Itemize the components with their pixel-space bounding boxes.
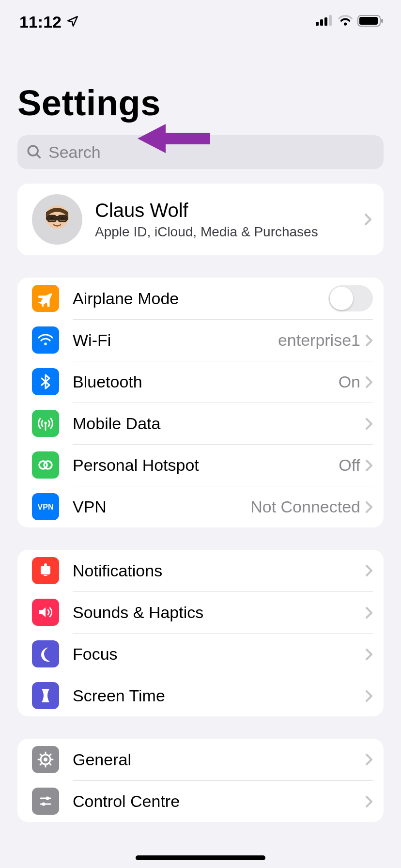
search-icon: [26, 144, 43, 160]
status-bar: 11:12: [0, 0, 401, 44]
wifi-status-icon: [338, 15, 353, 29]
svg-rect-1: [320, 19, 323, 26]
avatar: [32, 194, 82, 245]
vpn-icon: VPN: [32, 493, 59, 520]
row-label: Personal Hotspot: [73, 456, 339, 475]
settings-row-antenna[interactable]: Mobile Data: [17, 403, 384, 444]
settings-row-hotspot[interactable]: Personal HotspotOff: [17, 444, 384, 486]
focus-icon: [32, 640, 59, 667]
settings-row-screentime[interactable]: Screen Time: [17, 675, 384, 716]
profile-subtitle: Apple ID, iCloud, Media & Purchases: [95, 224, 352, 240]
row-label: Wi-Fi: [73, 331, 278, 350]
status-left: 11:12: [19, 13, 79, 31]
chevron-right-icon: [365, 334, 373, 347]
chevron-right-icon: [364, 213, 372, 226]
row-label: Airplane Mode: [73, 289, 328, 308]
svg-point-21: [44, 461, 52, 469]
svg-rect-3: [329, 15, 332, 26]
settings-row-notifications[interactable]: Notifications: [17, 550, 384, 591]
status-time: 11:12: [19, 13, 62, 31]
settings-row-sounds[interactable]: Sounds & Haptics: [17, 591, 384, 633]
row-value: Off: [339, 456, 360, 475]
svg-point-16: [62, 217, 64, 220]
svg-line-34: [40, 763, 42, 765]
controlcentre-icon: [32, 788, 59, 815]
chevron-right-icon: [365, 606, 373, 619]
search-container: [17, 135, 384, 169]
settings-group: NotificationsSounds & HapticsFocusScreen…: [17, 550, 384, 716]
profile-group: Claus Wolf Apple ID, iCloud, Media & Pur…: [17, 184, 384, 255]
settings-row-vpn[interactable]: VPNVPNNot Connected: [17, 486, 384, 527]
screentime-icon: [32, 682, 59, 709]
svg-line-9: [36, 154, 40, 157]
row-label: VPN: [73, 497, 250, 516]
chevron-right-icon: [365, 376, 373, 388]
settings-row-controlcentre[interactable]: Control Centre: [17, 780, 384, 822]
row-value: Not Connected: [250, 497, 360, 516]
row-label: Control Centre: [73, 792, 365, 811]
svg-rect-12: [46, 216, 68, 220]
chevron-right-icon: [365, 648, 373, 661]
svg-line-32: [49, 763, 51, 765]
chevron-right-icon: [365, 459, 373, 472]
profile-name: Claus Wolf: [95, 200, 352, 221]
settings-group: GeneralControl Centre: [17, 739, 384, 822]
row-label: Focus: [73, 645, 365, 664]
svg-rect-0: [316, 22, 319, 26]
bluetooth-icon: [32, 368, 59, 395]
svg-line-31: [40, 754, 42, 756]
chevron-right-icon: [365, 418, 373, 430]
settings-group: Airplane ModeWi-Fienterprise1BluetoothOn…: [17, 278, 384, 527]
settings-row-focus[interactable]: Focus: [17, 633, 384, 675]
toggle-switch[interactable]: [328, 285, 373, 311]
svg-point-26: [44, 758, 47, 761]
search-input[interactable]: [17, 135, 384, 169]
settings-row-wifi[interactable]: Wi-Fienterprise1: [17, 319, 384, 361]
settings-row-general[interactable]: General: [17, 739, 384, 780]
svg-rect-2: [324, 17, 327, 26]
chevron-right-icon: [365, 795, 373, 808]
svg-point-15: [51, 217, 53, 220]
hotspot-icon: [32, 451, 59, 479]
svg-rect-23: [41, 566, 50, 574]
profile-texts: Claus Wolf Apple ID, iCloud, Media & Pur…: [95, 200, 352, 240]
profile-row[interactable]: Claus Wolf Apple ID, iCloud, Media & Pur…: [17, 184, 384, 255]
battery-icon: [357, 15, 384, 29]
antenna-icon: [32, 410, 59, 437]
home-indicator: [136, 855, 265, 860]
row-label: Notifications: [73, 561, 365, 580]
row-label: Screen Time: [73, 686, 365, 705]
wifi-icon: [32, 326, 59, 354]
notifications-icon: [32, 557, 59, 584]
chevron-right-icon: [365, 690, 373, 702]
sounds-icon: [32, 599, 59, 626]
chevron-right-icon: [365, 753, 373, 766]
row-label: Mobile Data: [73, 414, 365, 433]
settings-row-airplane[interactable]: Airplane Mode: [17, 278, 384, 319]
location-icon: [66, 13, 79, 31]
row-value: On: [339, 372, 360, 391]
svg-point-17: [44, 342, 47, 345]
status-right: [316, 15, 384, 29]
row-label: General: [73, 750, 365, 769]
row-label: Bluetooth: [73, 372, 339, 391]
svg-rect-7: [381, 19, 383, 23]
svg-point-36: [46, 797, 49, 800]
cellular-icon: [316, 15, 333, 29]
row-value: enterprise1: [278, 331, 360, 350]
chevron-right-icon: [365, 501, 373, 513]
page-title: Settings: [0, 44, 401, 132]
svg-point-38: [42, 803, 46, 806]
chevron-right-icon: [365, 564, 373, 577]
svg-point-24: [44, 563, 47, 566]
row-label: Sounds & Haptics: [73, 603, 365, 622]
settings-row-bluetooth[interactable]: BluetoothOn: [17, 361, 384, 403]
airplane-icon: [32, 285, 59, 312]
svg-rect-6: [359, 17, 378, 25]
svg-line-33: [49, 754, 51, 756]
svg-text:VPN: VPN: [38, 503, 54, 511]
general-icon: [32, 746, 59, 773]
svg-point-4: [344, 22, 347, 25]
